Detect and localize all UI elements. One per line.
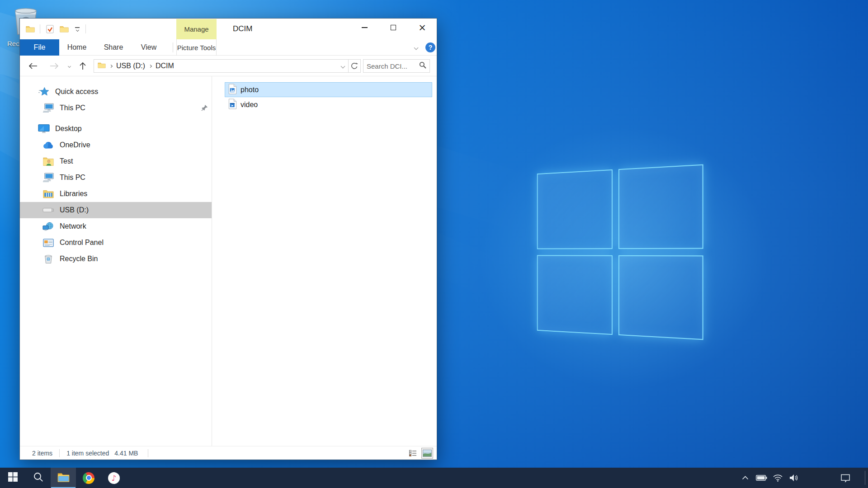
sidebar-item-label: Desktop [55,125,82,133]
sidebar-item-label: Recycle Bin [60,255,98,263]
sidebar-item-onedrive[interactable]: OneDrive [20,137,212,153]
recent-locations-button[interactable] [66,58,73,74]
show-desktop-button[interactable] [865,471,865,485]
tab-view[interactable]: View [132,39,165,56]
windows-logo-pane [537,255,613,335]
forward-button[interactable] [47,58,62,74]
search-input[interactable] [367,62,419,70]
usb-drive-icon [42,205,54,216]
title-bar: Manage DCIM × [20,19,437,39]
back-button[interactable] [25,58,41,74]
chevron-down-icon [75,28,79,31]
sidebar-item-label: This PC [60,174,85,182]
breadcrumb-drive[interactable]: USB (D:) [116,62,145,70]
sidebar-item-this-pc-pinned[interactable]: This PC [20,100,212,116]
window-title: DCIM [233,19,252,39]
onedrive-cloud-icon [42,140,54,150]
minimize-button[interactable] [350,19,379,37]
file-explorer-icon [57,472,70,484]
sidebar-item-label: OneDrive [60,141,90,149]
quick-access-toolbar [25,19,86,39]
windows-logo-pane [537,169,613,249]
customize-quick-access-toolbar-button[interactable] [74,27,81,31]
windows-logo-pane [618,164,703,249]
search-box[interactable] [363,59,430,73]
windows-logo-pane [618,255,703,340]
itunes-icon: ♪ [108,472,120,484]
sidebar-item-test[interactable]: Test [20,153,212,169]
sidebar-item-label: Quick access [55,88,98,96]
sidebar-item-recycle-bin[interactable]: Recycle Bin [20,251,212,267]
tray-expand-button[interactable] [737,468,753,488]
wifi-icon[interactable] [769,468,786,488]
explorer-window: Manage DCIM × File Home Share View Pictu… [19,18,437,460]
file-name: video [241,101,258,109]
this-pc-icon [42,172,54,183]
desktop: Recy Manage [0,0,868,488]
tab-home[interactable]: Home [59,39,94,56]
taskbar-search-button[interactable] [25,468,51,488]
photo-file-icon [228,84,237,96]
taskbar-chrome-button[interactable] [76,468,101,488]
windows-start-icon [8,472,18,483]
file-list-pane: photo video [212,76,437,446]
sidebar-item-label: Libraries [60,190,87,198]
taskbar-file-explorer-button[interactable] [51,468,76,488]
status-divider [59,449,60,457]
close-button[interactable]: × [408,19,437,37]
desktop-icon [38,123,50,134]
sidebar-item-label: This PC [60,104,85,112]
windows-logo [537,164,703,340]
help-button[interactable]: ? [425,42,435,52]
item-count: 2 items [32,450,52,457]
sidebar-item-this-pc[interactable]: This PC [20,169,212,186]
this-pc-icon [42,103,54,113]
video-file-icon [228,99,237,111]
maximize-button[interactable] [379,19,408,37]
large-icons-view-button[interactable] [421,448,433,459]
breadcrumb-folder[interactable]: DCIM [156,62,174,70]
quick-access-star-icon [38,86,50,97]
collapse-ribbon-button[interactable] [411,44,420,51]
file-item-video[interactable]: video [225,97,432,112]
sidebar-item-usb-drive[interactable]: USB (D:) [20,202,212,218]
chevron-down-icon [67,64,71,67]
sidebar-item-libraries[interactable]: Libraries [20,186,212,202]
chevron-down-icon [414,45,418,50]
tab-picture-tools[interactable]: Picture Tools [176,39,217,56]
refresh-button[interactable] [349,59,361,73]
status-divider [148,449,148,457]
new-folder-button[interactable] [59,24,69,34]
search-icon[interactable] [419,61,426,70]
recycle-bin-icon [42,253,54,264]
volume-icon[interactable] [786,468,802,488]
manage-contextual-header[interactable]: Manage [176,19,217,39]
maximize-icon [391,25,396,30]
address-dropdown-chevron[interactable] [341,64,345,68]
sidebar-item-label: Network [60,222,86,230]
network-icon [42,221,54,232]
sidebar-item-quick-access[interactable]: Quick access [20,84,212,100]
taskbar-itunes-button[interactable]: ♪ [101,468,127,488]
tab-file[interactable]: File [20,39,59,56]
up-button[interactable] [75,58,90,74]
status-bar: 2 items 1 item selected 4.41 MB [20,446,437,460]
breadcrumb-chevron-icon [109,64,113,67]
battery-icon[interactable] [753,468,769,488]
details-view-button[interactable] [407,448,419,459]
sidebar-item-control-panel[interactable]: Control Panel [20,235,212,251]
close-icon: × [418,23,426,33]
address-bar-row: USB (D:) DCIM [20,56,437,76]
properties-button[interactable] [45,24,55,34]
folder-icon [98,62,106,70]
address-breadcrumb-bar[interactable]: USB (D:) DCIM [94,59,349,73]
file-item-photo[interactable]: photo [225,82,432,97]
sidebar-item-network[interactable]: Network [20,218,212,235]
toolbar-separator [40,24,40,33]
action-center-icon[interactable] [835,468,856,488]
sidebar-item-desktop[interactable]: Desktop [20,121,212,137]
tab-share[interactable]: Share [94,39,132,56]
file-name: photo [241,86,259,94]
search-icon [33,472,43,484]
start-button[interactable] [0,468,25,488]
